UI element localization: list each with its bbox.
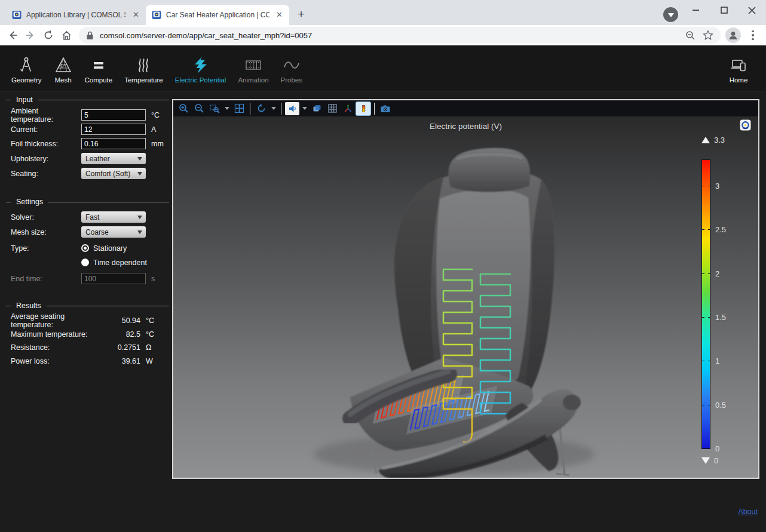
foil-thickness-input[interactable] — [81, 138, 146, 149]
field-unit: s — [151, 275, 155, 283]
tab-application-library[interactable]: Application Library | COMSOL Se ✕ — [6, 5, 146, 25]
result-value: 50.94 — [103, 316, 140, 325]
rotate-view-button[interactable] — [254, 102, 268, 115]
ribbon-compute-button[interactable]: Compute — [79, 53, 118, 84]
tab-title: Application Library | COMSOL Se — [26, 11, 126, 19]
zoom-box-button[interactable] — [207, 102, 222, 115]
legend-min-value: 0 — [714, 456, 718, 465]
result-unit: W — [146, 357, 161, 365]
field-label: Seating: — [11, 170, 81, 178]
back-button[interactable] — [4, 26, 22, 44]
home-button[interactable] — [57, 26, 75, 44]
ribbon-temperature-button[interactable]: Temperature — [119, 53, 168, 84]
current-input[interactable] — [81, 124, 146, 135]
ribbon-animation-button: Animation — [232, 53, 274, 84]
ribbon-mesh-button[interactable]: Mesh — [48, 53, 78, 84]
ambient-temperature-input[interactable] — [81, 109, 146, 121]
result-unit: °C — [146, 316, 161, 325]
end-time-input — [81, 273, 146, 284]
results-group-header: Results — [6, 301, 169, 310]
browser-menu-button[interactable] — [746, 30, 760, 41]
scene-light-caret[interactable] — [301, 102, 308, 115]
solver-select[interactable]: Fast — [81, 211, 146, 223]
field-label: Ambient temperature: — [11, 107, 81, 124]
comsol-favicon-icon — [12, 10, 22, 20]
devices-home-icon — [728, 53, 749, 75]
bookmark-star-icon[interactable] — [703, 30, 713, 41]
lock-icon — [86, 31, 94, 40]
stationary-radio[interactable] — [81, 244, 89, 252]
tab-close-icon[interactable]: ✕ — [274, 10, 284, 20]
result-unit: °C — [146, 330, 161, 339]
forward-button[interactable] — [22, 26, 39, 44]
legend-min-marker-icon — [701, 457, 710, 464]
seating-select[interactable]: Comfort (Soft) — [81, 168, 146, 179]
minimize-button[interactable] — [682, 0, 710, 20]
legend-tick-label: 1.5 — [715, 313, 726, 322]
legend-tick-label: 1 — [715, 356, 719, 365]
snapshot-camera-button[interactable] — [378, 102, 393, 115]
zoom-extents-button[interactable] — [232, 102, 246, 115]
sidebar: Input Ambient temperature: °C Current: A… — [0, 91, 172, 368]
field-label: Solver: — [11, 213, 81, 222]
plot-canvas[interactable]: Electric potential (V) — [173, 116, 758, 478]
upholstery-select[interactable]: Leather — [81, 153, 146, 164]
tab-close-icon[interactable]: ✕ — [131, 10, 141, 20]
result-row: Average seating temperature: 50.94 °C — [0, 314, 172, 328]
result-row: Power loss: 39.61 W — [0, 355, 172, 368]
legend-max-value: 3.3 — [714, 136, 725, 144]
media-controls-button[interactable] — [663, 7, 678, 22]
reload-button[interactable] — [39, 26, 57, 44]
field-label: End time: — [11, 275, 81, 283]
radio-label: Stationary — [93, 244, 127, 253]
browser-tabstrip: Application Library | COMSOL Se ✕ Car Se… — [0, 0, 766, 25]
zoom-menu-caret[interactable] — [223, 102, 231, 115]
rotate-menu-caret[interactable] — [269, 102, 277, 115]
app-ribbon: Geometry Mesh Compute Temperature Electr… — [0, 45, 766, 91]
color-legend-toggle[interactable] — [356, 102, 370, 115]
heat-waves-icon — [134, 53, 153, 75]
scene-light-toggle[interactable] — [285, 102, 299, 115]
about-link[interactable]: About — [738, 508, 758, 516]
field-label: Mesh size: — [11, 228, 81, 236]
result-value: 0.2751 — [103, 343, 140, 352]
result-value: 82.5 — [103, 330, 140, 339]
url-bar[interactable]: comsol.com/server-demo/app/car_seat_heat… — [79, 27, 721, 44]
input-group-header: Input — [6, 95, 169, 104]
field-label: Upholstery: — [11, 155, 81, 163]
color-legend: 3.3 32.521.510.50 0 — [697, 135, 737, 465]
profile-avatar[interactable] — [725, 27, 741, 43]
window-controls — [682, 0, 766, 20]
field-label: Foil thickness: — [11, 140, 81, 148]
result-unit: Ω — [146, 343, 161, 352]
ribbon-home-button[interactable]: Home — [723, 53, 754, 84]
mesh-size-select[interactable]: Coarse — [81, 226, 146, 238]
ribbon-probes-button: Probes — [275, 53, 308, 84]
chevron-down-icon — [668, 13, 674, 17]
legend-tick-label: 0.5 — [715, 400, 726, 409]
grid-toggle[interactable] — [325, 102, 339, 115]
lightning-bolt-icon — [191, 53, 210, 75]
close-window-button[interactable] — [738, 0, 766, 20]
axes-toggle[interactable] — [341, 102, 355, 115]
ribbon-geometry-button[interactable]: Geometry — [6, 53, 47, 84]
graphics-panel: Electric potential (V) — [172, 99, 759, 479]
film-strip-icon — [244, 53, 263, 75]
zoom-out-button[interactable] — [192, 102, 206, 115]
time-dependent-radio[interactable] — [81, 259, 89, 266]
browser-addressbar: comsol.com/server-demo/app/car_seat_heat… — [0, 25, 766, 45]
transparency-toggle[interactable] — [310, 102, 324, 115]
zoom-indicator-icon[interactable] — [685, 30, 695, 41]
sine-wave-icon — [282, 53, 301, 75]
zoom-in-button[interactable] — [176, 102, 191, 115]
tab-car-seat-heater[interactable]: Car Seat Heater Application | CO ✕ — [146, 5, 289, 25]
ribbon-electric-potential-button[interactable]: Electric Potential — [170, 53, 232, 84]
new-tab-button[interactable]: + — [293, 7, 310, 23]
field-label: Type: — [11, 244, 81, 253]
maximize-button[interactable] — [710, 0, 738, 20]
legend-tick-label: 2 — [715, 269, 719, 278]
legend-tick-label: 0 — [715, 444, 719, 453]
legend-tick-label: 3 — [715, 182, 719, 190]
legend-max-marker-icon — [701, 137, 710, 143]
field-unit: A — [151, 125, 156, 134]
